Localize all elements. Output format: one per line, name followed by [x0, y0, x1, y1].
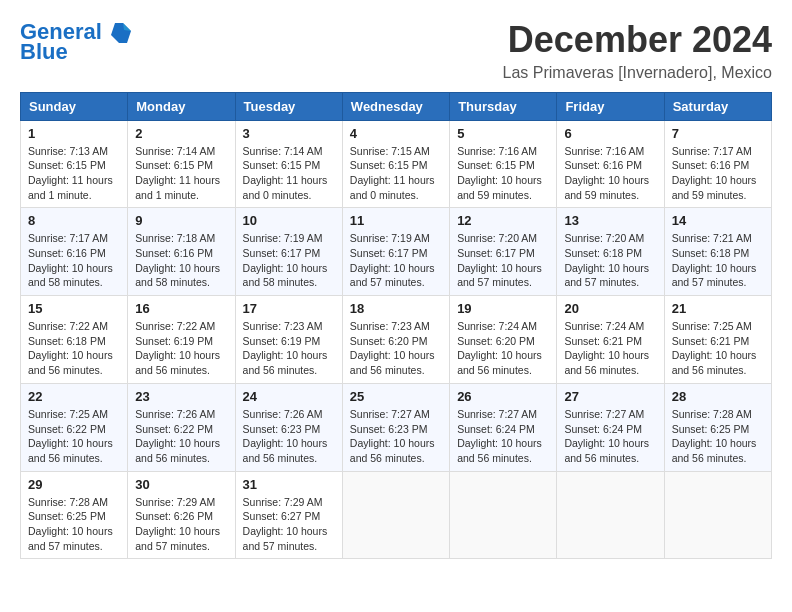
calendar-day-18: 18 Sunrise: 7:23 AM Sunset: 6:20 PM Dayl…: [342, 296, 449, 384]
day-info: Sunrise: 7:20 AM Sunset: 6:17 PM Dayligh…: [457, 232, 542, 288]
calendar-day-30: 30 Sunrise: 7:29 AM Sunset: 6:26 PM Dayl…: [128, 471, 235, 559]
calendar-day-14: 14 Sunrise: 7:21 AM Sunset: 6:18 PM Dayl…: [664, 208, 771, 296]
calendar-week-row: 15 Sunrise: 7:22 AM Sunset: 6:18 PM Dayl…: [21, 296, 772, 384]
day-number: 6: [564, 126, 656, 141]
day-info: Sunrise: 7:22 AM Sunset: 6:19 PM Dayligh…: [135, 320, 220, 376]
day-info: Sunrise: 7:28 AM Sunset: 6:25 PM Dayligh…: [672, 408, 757, 464]
logo-icon: [110, 22, 132, 44]
calendar-day-8: 8 Sunrise: 7:17 AM Sunset: 6:16 PM Dayli…: [21, 208, 128, 296]
svg-marker-1: [123, 23, 131, 31]
calendar-day-27: 27 Sunrise: 7:27 AM Sunset: 6:24 PM Dayl…: [557, 383, 664, 471]
day-info: Sunrise: 7:27 AM Sunset: 6:23 PM Dayligh…: [350, 408, 435, 464]
logo-name-blue: Blue: [20, 39, 68, 64]
day-info: Sunrise: 7:24 AM Sunset: 6:21 PM Dayligh…: [564, 320, 649, 376]
day-info: Sunrise: 7:24 AM Sunset: 6:20 PM Dayligh…: [457, 320, 542, 376]
day-number: 21: [672, 301, 764, 316]
calendar-day-21: 21 Sunrise: 7:25 AM Sunset: 6:21 PM Dayl…: [664, 296, 771, 384]
day-number: 8: [28, 213, 120, 228]
calendar-day-10: 10 Sunrise: 7:19 AM Sunset: 6:17 PM Dayl…: [235, 208, 342, 296]
calendar-day-19: 19 Sunrise: 7:24 AM Sunset: 6:20 PM Dayl…: [450, 296, 557, 384]
day-info: Sunrise: 7:19 AM Sunset: 6:17 PM Dayligh…: [243, 232, 328, 288]
calendar-day-24: 24 Sunrise: 7:26 AM Sunset: 6:23 PM Dayl…: [235, 383, 342, 471]
day-number: 2: [135, 126, 227, 141]
day-number: 1: [28, 126, 120, 141]
calendar-day-23: 23 Sunrise: 7:26 AM Sunset: 6:22 PM Dayl…: [128, 383, 235, 471]
calendar-day-15: 15 Sunrise: 7:22 AM Sunset: 6:18 PM Dayl…: [21, 296, 128, 384]
day-info: Sunrise: 7:21 AM Sunset: 6:18 PM Dayligh…: [672, 232, 757, 288]
day-info: Sunrise: 7:17 AM Sunset: 6:16 PM Dayligh…: [672, 145, 757, 201]
page-title: December 2024: [503, 20, 772, 60]
day-number: 19: [457, 301, 549, 316]
day-number: 15: [28, 301, 120, 316]
calendar-day-29: 29 Sunrise: 7:28 AM Sunset: 6:25 PM Dayl…: [21, 471, 128, 559]
day-number: 13: [564, 213, 656, 228]
logo: General Blue: [20, 20, 132, 64]
calendar-day-17: 17 Sunrise: 7:23 AM Sunset: 6:19 PM Dayl…: [235, 296, 342, 384]
day-number: 12: [457, 213, 549, 228]
calendar-day-13: 13 Sunrise: 7:20 AM Sunset: 6:18 PM Dayl…: [557, 208, 664, 296]
title-block: December 2024 Las Primaveras [Invernader…: [503, 20, 772, 82]
day-info: Sunrise: 7:13 AM Sunset: 6:15 PM Dayligh…: [28, 145, 113, 201]
col-header-thursday: Thursday: [450, 92, 557, 120]
calendar-day-6: 6 Sunrise: 7:16 AM Sunset: 6:16 PM Dayli…: [557, 120, 664, 208]
day-info: Sunrise: 7:20 AM Sunset: 6:18 PM Dayligh…: [564, 232, 649, 288]
day-info: Sunrise: 7:25 AM Sunset: 6:22 PM Dayligh…: [28, 408, 113, 464]
calendar-week-row: 22 Sunrise: 7:25 AM Sunset: 6:22 PM Dayl…: [21, 383, 772, 471]
calendar-week-row: 1 Sunrise: 7:13 AM Sunset: 6:15 PM Dayli…: [21, 120, 772, 208]
day-info: Sunrise: 7:19 AM Sunset: 6:17 PM Dayligh…: [350, 232, 435, 288]
calendar-week-row: 29 Sunrise: 7:28 AM Sunset: 6:25 PM Dayl…: [21, 471, 772, 559]
col-header-friday: Friday: [557, 92, 664, 120]
day-number: 26: [457, 389, 549, 404]
day-number: 27: [564, 389, 656, 404]
calendar-day-12: 12 Sunrise: 7:20 AM Sunset: 6:17 PM Dayl…: [450, 208, 557, 296]
day-info: Sunrise: 7:27 AM Sunset: 6:24 PM Dayligh…: [457, 408, 542, 464]
col-header-tuesday: Tuesday: [235, 92, 342, 120]
day-number: 24: [243, 389, 335, 404]
calendar-day-7: 7 Sunrise: 7:17 AM Sunset: 6:16 PM Dayli…: [664, 120, 771, 208]
calendar-day-3: 3 Sunrise: 7:14 AM Sunset: 6:15 PM Dayli…: [235, 120, 342, 208]
calendar-day-11: 11 Sunrise: 7:19 AM Sunset: 6:17 PM Dayl…: [342, 208, 449, 296]
day-info: Sunrise: 7:25 AM Sunset: 6:21 PM Dayligh…: [672, 320, 757, 376]
calendar-day-9: 9 Sunrise: 7:18 AM Sunset: 6:16 PM Dayli…: [128, 208, 235, 296]
day-number: 10: [243, 213, 335, 228]
calendar-day-26: 26 Sunrise: 7:27 AM Sunset: 6:24 PM Dayl…: [450, 383, 557, 471]
day-info: Sunrise: 7:26 AM Sunset: 6:22 PM Dayligh…: [135, 408, 220, 464]
day-info: Sunrise: 7:28 AM Sunset: 6:25 PM Dayligh…: [28, 496, 113, 552]
calendar-header-row: SundayMondayTuesdayWednesdayThursdayFrid…: [21, 92, 772, 120]
day-number: 28: [672, 389, 764, 404]
page-header: General Blue December 2024 Las Primavera…: [20, 20, 772, 82]
day-info: Sunrise: 7:29 AM Sunset: 6:26 PM Dayligh…: [135, 496, 220, 552]
day-info: Sunrise: 7:23 AM Sunset: 6:19 PM Dayligh…: [243, 320, 328, 376]
day-number: 25: [350, 389, 442, 404]
day-info: Sunrise: 7:15 AM Sunset: 6:15 PM Dayligh…: [350, 145, 435, 201]
calendar-empty-cell: [557, 471, 664, 559]
calendar-week-row: 8 Sunrise: 7:17 AM Sunset: 6:16 PM Dayli…: [21, 208, 772, 296]
day-number: 11: [350, 213, 442, 228]
day-number: 18: [350, 301, 442, 316]
day-number: 14: [672, 213, 764, 228]
day-number: 20: [564, 301, 656, 316]
day-info: Sunrise: 7:23 AM Sunset: 6:20 PM Dayligh…: [350, 320, 435, 376]
day-number: 5: [457, 126, 549, 141]
col-header-saturday: Saturday: [664, 92, 771, 120]
calendar-empty-cell: [342, 471, 449, 559]
col-header-wednesday: Wednesday: [342, 92, 449, 120]
svg-marker-0: [111, 23, 131, 43]
day-number: 7: [672, 126, 764, 141]
day-info: Sunrise: 7:27 AM Sunset: 6:24 PM Dayligh…: [564, 408, 649, 464]
day-number: 4: [350, 126, 442, 141]
col-header-monday: Monday: [128, 92, 235, 120]
day-number: 16: [135, 301, 227, 316]
calendar-day-22: 22 Sunrise: 7:25 AM Sunset: 6:22 PM Dayl…: [21, 383, 128, 471]
day-info: Sunrise: 7:16 AM Sunset: 6:15 PM Dayligh…: [457, 145, 542, 201]
day-info: Sunrise: 7:22 AM Sunset: 6:18 PM Dayligh…: [28, 320, 113, 376]
day-number: 23: [135, 389, 227, 404]
day-info: Sunrise: 7:16 AM Sunset: 6:16 PM Dayligh…: [564, 145, 649, 201]
day-number: 31: [243, 477, 335, 492]
col-header-sunday: Sunday: [21, 92, 128, 120]
calendar-day-16: 16 Sunrise: 7:22 AM Sunset: 6:19 PM Dayl…: [128, 296, 235, 384]
calendar-empty-cell: [664, 471, 771, 559]
day-number: 29: [28, 477, 120, 492]
day-info: Sunrise: 7:17 AM Sunset: 6:16 PM Dayligh…: [28, 232, 113, 288]
calendar-table: SundayMondayTuesdayWednesdayThursdayFrid…: [20, 92, 772, 560]
